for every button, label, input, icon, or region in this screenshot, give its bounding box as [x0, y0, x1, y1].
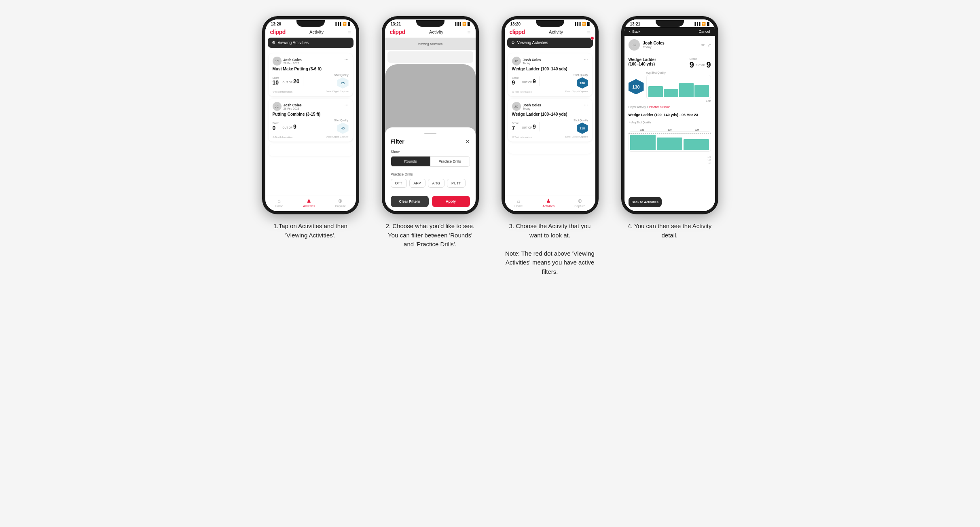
nav-activities-3[interactable]: ♟ Activities — [542, 198, 555, 208]
activity-card-1-2[interactable]: JC Josh Coles 28 Feb 2023 ··· Putting Co… — [269, 99, 353, 142]
dots-menu-1-2[interactable]: ··· — [344, 102, 348, 108]
detail-shot-quality-4: 130 — [629, 79, 644, 95]
dots-menu-3-1[interactable]: ··· — [584, 57, 588, 62]
activity-card-3-3[interactable] — [508, 144, 592, 154]
nav-home-1[interactable]: ⌂ Home — [275, 198, 283, 208]
expand-icon-4[interactable]: ⤢ — [707, 42, 711, 48]
edit-icon-4[interactable]: ✏ — [701, 42, 705, 48]
filter-chips-row-2: OTT APP ARG PUTT — [391, 179, 470, 188]
activity-card-1-3[interactable] — [269, 144, 353, 156]
modal-close-2[interactable]: ✕ — [465, 138, 470, 145]
user-row-3-2: JC Josh Coles Today — [512, 102, 541, 111]
menu-icon-3[interactable]: ≡ — [587, 29, 590, 35]
shot-quality-hex-3-1: 130 — [577, 77, 588, 89]
user-row-1-2: JC Josh Coles 28 Feb 2023 — [273, 102, 302, 111]
drill-detail-title-4: Wedge Ladder (100–140 yds) - 06 Mar 23 — [629, 113, 711, 117]
blurred-top-2: Viewing Activities — [385, 38, 476, 50]
activity-card-3-2[interactable]: JC Josh Coles Today ··· Wedge Ladder (10… — [508, 99, 592, 142]
chart-x-label-4: APP — [706, 100, 711, 102]
blurred-card-2 — [387, 51, 473, 63]
user-info-3-2: Josh Coles Today — [523, 103, 541, 110]
stat-block-score-1-1: Score 10 — [273, 76, 279, 86]
modal-handle-2 — [424, 133, 436, 134]
stat-outof-3-1: 9 — [533, 78, 536, 85]
modal-title-2: Filter — [391, 138, 404, 145]
show-label-2: Show — [391, 150, 470, 154]
activity-card-3-1[interactable]: JC Josh Coles Today ··· Wedge Ladder (10… — [508, 53, 592, 96]
chip-putt-2[interactable]: PUTT — [447, 179, 466, 188]
stat-score-3-1: 9 — [512, 79, 515, 86]
detail-user-name-4: Josh Coles — [643, 41, 665, 45]
mini-chart-area-4 — [629, 131, 711, 152]
menu-icon-1[interactable]: ≡ — [347, 29, 351, 35]
filter-icon-3: ⚙ — [511, 40, 515, 45]
detail-outof-4: 9 — [706, 60, 711, 70]
status-time-3: 13:20 — [510, 22, 521, 26]
filter-rounds-btn-2[interactable]: Rounds — [391, 157, 430, 166]
home-icon-1: ⌂ — [277, 198, 281, 204]
stat-block-score-1-2: Score 0 — [273, 122, 279, 131]
stat-outof-1-2: 9 — [293, 123, 296, 130]
notch-4 — [656, 20, 684, 27]
phones-row: 13:20 ▐▐▐ 🛜 ▉ clippd Activity ≡ ⚙ Vie — [258, 16, 722, 276]
nav-capture-1[interactable]: ⊕ Capture — [335, 198, 346, 208]
viewing-bar-3[interactable]: ⚙ Viewing Activities — [507, 38, 593, 48]
filter-practice-btn-2[interactable]: Practice Drills — [430, 157, 470, 166]
activity-title-3-1: Wedge Ladder (100–140 yds) — [512, 67, 588, 71]
status-icons-1: ▐▐▐ 🛜 ▉ — [334, 22, 350, 26]
apply-btn-2[interactable]: Apply — [432, 196, 470, 207]
chip-arg-2[interactable]: ARG — [428, 179, 445, 188]
chart-bar-4-2 — [664, 89, 678, 97]
user-name-3-1: Josh Coles — [523, 58, 541, 62]
phone-screen-4: 13:21 ▐▐▐ 🛜 ▉ < Back Cancel JC Jos — [624, 19, 715, 211]
menu-icon-2[interactable]: ≡ — [467, 29, 470, 35]
nav-capture-3[interactable]: ⊕ Capture — [574, 198, 585, 208]
stat-score-3-2: 7 — [512, 125, 515, 131]
modal-area-2: Filter ✕ Show Rounds Practice Drills Pra… — [385, 64, 476, 211]
viewing-bar-text-3: Viewing Activities — [517, 40, 548, 45]
back-activities-btn-4[interactable]: Back to Activities — [629, 197, 662, 207]
dots-menu-1-1[interactable]: ··· — [344, 57, 348, 62]
stat-block-score-3-1: Score 9 — [512, 76, 519, 86]
avatar-3-2: JC — [512, 102, 521, 111]
activity-card-1-1[interactable]: JC Josh Coles 28 Feb 2023 ··· Must Make … — [269, 53, 353, 96]
user-date-1-1: 28 Feb 2023 — [284, 62, 302, 65]
header-title-3: Activity — [549, 30, 563, 34]
caption-4: 4. You can then see the Activity detail. — [623, 222, 716, 240]
user-info-1-2: Josh Coles 28 Feb 2023 — [284, 103, 302, 110]
notch-1 — [296, 20, 325, 27]
practice-drills-label-2: Practice Drills — [391, 172, 470, 176]
user-date-1-2: 28 Feb 2023 — [284, 107, 302, 110]
shot-quality-hex-1-2: 45 — [337, 123, 349, 134]
detail-avatar-4: JC — [629, 39, 640, 51]
filter-icon-1: ⚙ — [272, 40, 275, 45]
dots-menu-3-2[interactable]: ··· — [584, 102, 588, 108]
user-info-1-1: Josh Coles 28 Feb 2023 — [284, 58, 302, 65]
user-info-3-1: Josh Coles Today — [523, 58, 541, 65]
shot-quality-block-3-1: Shot Quality 130 — [574, 74, 588, 89]
phone-frame-3: 13:20 ▐▐▐ 🛜 ▉ clippd Activity ≡ ⚙ Vie — [502, 16, 599, 214]
detail-user-info-4: Josh Coles Today — [643, 41, 665, 49]
viewing-bar-1[interactable]: ⚙ Viewing Activities — [268, 38, 353, 48]
stat-outof-1-1: 20 — [293, 78, 300, 85]
phone-col-2: 13:21 ▐▐▐ 🛜 ▉ clippd Activity ≡ Viewing … — [378, 16, 483, 249]
phone-frame-4: 13:21 ▐▐▐ 🛜 ▉ < Back Cancel JC Jos — [621, 16, 718, 214]
modal-overlay-2: Filter ✕ Show Rounds Practice Drills Pra… — [385, 64, 476, 211]
phone-col-3: 13:20 ▐▐▐ 🛜 ▉ clippd Activity ≡ ⚙ Vie — [497, 16, 603, 276]
nav-activities-1[interactable]: ♟ Activities — [303, 198, 315, 208]
status-time-2: 13:21 — [391, 22, 401, 26]
shot-quality-hex-3-2: 118 — [577, 123, 588, 134]
shot-quality-hex-1-1: 75 — [337, 77, 349, 89]
status-icons-4: ▐▐▐ 🛜 ▉ — [693, 22, 709, 26]
cancel-btn-4[interactable]: Cancel — [698, 30, 710, 34]
clear-filters-btn-2[interactable]: Clear Filters — [391, 196, 429, 207]
chip-app-2[interactable]: APP — [409, 179, 425, 188]
status-time-1: 13:20 — [271, 22, 282, 26]
detail-icons-4: ✏ ⤢ — [701, 42, 711, 48]
caption-2: 2. Choose what you'd like to see. You ca… — [384, 222, 477, 249]
avatar-3-1: JC — [512, 57, 521, 66]
detail-drill-title-4: Wedge Ladder (100–140 yds) — [629, 57, 665, 66]
chip-ott-2[interactable]: OTT — [391, 179, 407, 188]
nav-home-3[interactable]: ⌂ Home — [514, 198, 523, 208]
back-btn-4[interactable]: < Back — [629, 30, 641, 34]
